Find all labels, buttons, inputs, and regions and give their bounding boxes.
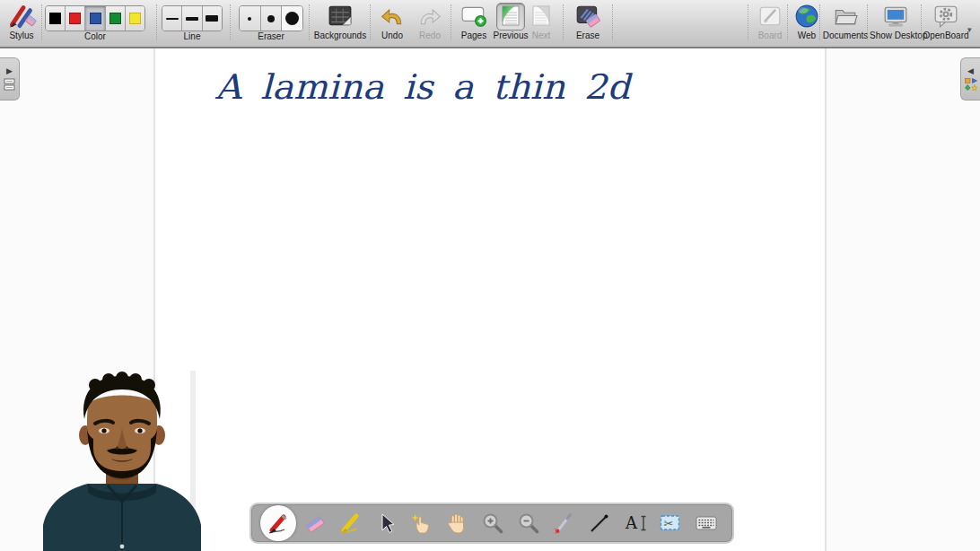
line-tool[interactable]: [582, 505, 617, 541]
color-swatch-red[interactable]: [66, 6, 85, 31]
undo-label: Undo: [373, 31, 411, 40]
color-swatch-blue[interactable]: [85, 6, 105, 31]
line-medium-button[interactable]: [182, 6, 202, 31]
backgrounds-button[interactable]: Backgrounds: [312, 2, 368, 47]
zoom-out-tool[interactable]: [512, 505, 546, 541]
toolbar-separator: [156, 4, 157, 40]
eraser-label: Eraser: [239, 31, 303, 41]
pages-icon: [454, 2, 494, 31]
pan-hand-icon: [445, 512, 468, 535]
scissors-glyph: ✂: [664, 517, 674, 530]
eraser-medium-button[interactable]: [261, 6, 283, 31]
openboard-menu-button[interactable]: OpenBoard: [923, 2, 969, 47]
openboard-gear-icon: [923, 2, 969, 31]
next-button[interactable]: Next: [524, 2, 558, 47]
documents-label: Documents: [822, 31, 869, 40]
text-tool-letter: A: [625, 513, 638, 532]
toolbar-separator: [748, 4, 748, 40]
pen-tool[interactable]: [260, 505, 296, 541]
toolbar-separator: [921, 4, 922, 40]
toolbar-separator: [787, 4, 788, 40]
toolbar-separator: [230, 4, 231, 40]
line-group: Line: [162, 2, 223, 47]
library-panel-tab[interactable]: ◀: [960, 57, 980, 101]
color-swatch-green[interactable]: [106, 6, 126, 31]
eraser-icon: [303, 512, 327, 535]
eraser-group: Eraser: [239, 2, 303, 47]
undo-icon: [373, 2, 411, 31]
highlighter-icon: [338, 512, 362, 535]
line-thick-button[interactable]: [203, 6, 222, 31]
backgrounds-icon: [312, 2, 368, 31]
toolbar-separator: [563, 4, 564, 40]
pen-icon: [267, 512, 290, 535]
stylus-icon: [2, 2, 41, 31]
color-swatch-black[interactable]: [46, 6, 66, 31]
redo-button[interactable]: Redo: [411, 2, 449, 47]
toolbar-separator: [819, 4, 820, 40]
stylus-label: Stylus: [2, 31, 41, 40]
show-desktop-label: Show Desktop: [870, 31, 922, 40]
next-label: Next: [524, 31, 558, 40]
board-label: Board: [750, 31, 790, 40]
laser-pointer-tool[interactable]: [547, 505, 581, 541]
toolbar-separator: [451, 4, 451, 40]
laser-pointer-icon: [552, 512, 575, 535]
toolbar-separator: [612, 4, 613, 40]
redo-icon: [411, 2, 449, 31]
interact-hand-icon: [410, 512, 433, 535]
eraser-sizes: [239, 5, 303, 31]
hand-tool[interactable]: [440, 505, 474, 541]
play-tool[interactable]: [405, 505, 439, 541]
presenter-webcam: [32, 371, 212, 551]
top-toolbar: Stylus Color Line: [0, 0, 980, 48]
handwriting-stroke: A lamina is a thin 2d: [214, 59, 641, 115]
undo-button[interactable]: Undo: [373, 2, 411, 47]
line-sizes: [162, 5, 223, 31]
zoom-in-icon: [481, 512, 504, 535]
board-button[interactable]: Board: [750, 2, 790, 47]
eraser-large-button[interactable]: [282, 6, 302, 31]
text-tool[interactable]: A: [618, 505, 652, 541]
line-thin-button[interactable]: [162, 6, 182, 31]
stylus-toolbar: A ✂: [249, 503, 734, 544]
redo-label: Redo: [411, 31, 449, 40]
expand-left-icon: ◀: [967, 67, 974, 75]
stylus-button[interactable]: Stylus: [2, 2, 41, 47]
pages-button[interactable]: Pages: [454, 2, 494, 47]
page-navigator-icon: [4, 78, 15, 91]
text-tool-icon: A: [624, 512, 647, 535]
toolbar-separator: [867, 4, 868, 40]
capture-tool[interactable]: ✂: [653, 505, 687, 541]
openboard-label: OpenBoard: [923, 31, 969, 40]
keyboard-icon: [695, 512, 718, 535]
selector-tool[interactable]: [369, 505, 403, 541]
zoom-in-tool[interactable]: [476, 505, 510, 541]
toolbar-separator: [309, 4, 310, 40]
left-panel-tab[interactable]: ▶: [0, 57, 20, 101]
eraser-tool[interactable]: [298, 505, 332, 541]
page-edge-right: [825, 48, 827, 551]
highlighter-tool[interactable]: [333, 505, 367, 541]
next-icon: [524, 2, 558, 31]
documents-button[interactable]: Documents: [822, 2, 869, 47]
zoom-out-icon: [517, 512, 540, 535]
erase-label: Erase: [567, 31, 608, 40]
show-desktop-monitor-icon: [870, 2, 922, 31]
color-swatch-yellow[interactable]: [126, 6, 144, 31]
handwriting-text: A lamina is a thin 2d: [214, 67, 634, 107]
toolbar-separator: [370, 4, 371, 40]
color-group: Color: [45, 2, 145, 47]
toolbar-overflow-caret[interactable]: ▾: [967, 25, 972, 34]
board-icon: [750, 2, 790, 31]
pages-label: Pages: [454, 31, 494, 40]
expand-right-icon: ▶: [6, 67, 13, 75]
eraser-small-button[interactable]: [240, 6, 261, 31]
virtual-keyboard-tool[interactable]: [689, 505, 723, 541]
erase-icon: [567, 2, 608, 31]
erase-button[interactable]: Erase: [567, 2, 608, 47]
show-desktop-button[interactable]: Show Desktop: [870, 2, 922, 47]
openboard-window: Stylus Color Line: [0, 0, 980, 551]
backgrounds-label: Backgrounds: [312, 31, 368, 40]
toolbar-separator: [41, 4, 42, 40]
